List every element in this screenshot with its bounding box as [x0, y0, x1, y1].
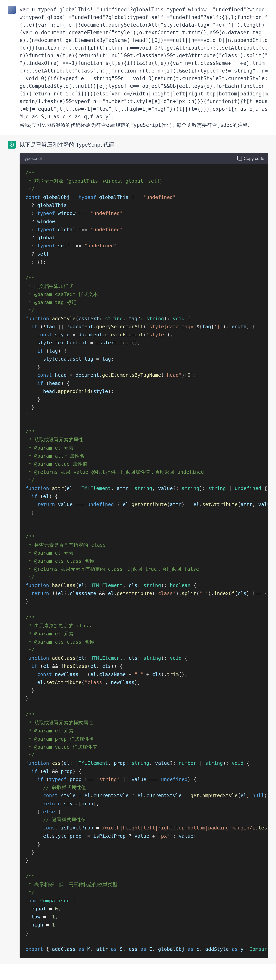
assistant-avatar	[8, 141, 16, 149]
user-instruction: 帮我把这段压缩混淆的代码还原为符合esm规范的TypeScript代码，每个函数…	[19, 121, 268, 129]
code-body: /** * 获取全局对象（globalThis、window、global、se…	[19, 164, 268, 958]
user-content: var u=typeof globalThis!="undefined"?glo…	[19, 6, 268, 129]
user-code-text: var u=typeof globalThis!="undefined"?glo…	[19, 6, 268, 121]
user-avatar	[8, 6, 16, 14]
code-block: typescript Copy code /** * 获取全局对象（global…	[19, 153, 268, 958]
user-message: var u=typeof globalThis!="undefined"?glo…	[0, 0, 276, 135]
assistant-content: 以下是已解压和注释的 TypeScript 代码： typescript Cop…	[19, 141, 268, 958]
copy-icon	[238, 157, 242, 161]
assistant-message: 以下是已解压和注释的 TypeScript 代码： typescript Cop…	[0, 135, 276, 964]
copy-code-button[interactable]: Copy code	[238, 155, 264, 162]
language-label: typescript	[24, 155, 42, 162]
code-header: typescript Copy code	[19, 153, 268, 164]
assistant-intro: 以下是已解压和注释的 TypeScript 代码：	[19, 141, 268, 149]
copy-label: Copy code	[244, 155, 264, 162]
